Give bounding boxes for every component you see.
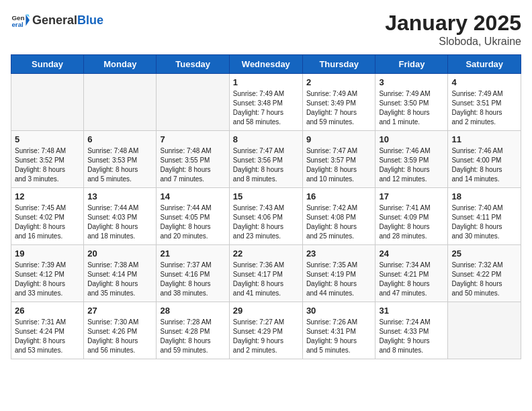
day-info: Sunrise: 7:39 AM Sunset: 4:12 PM Dayligh… <box>15 261 80 298</box>
day-info: Sunrise: 7:48 AM Sunset: 3:52 PM Dayligh… <box>15 146 80 184</box>
day-info: Sunrise: 7:37 AM Sunset: 4:16 PM Dayligh… <box>160 261 225 298</box>
day-number: 19 <box>15 248 80 259</box>
day-info: Sunrise: 7:34 AM Sunset: 4:21 PM Dayligh… <box>379 261 444 298</box>
calendar-cell: 24Sunrise: 7:34 AM Sunset: 4:21 PM Dayli… <box>375 245 448 302</box>
calendar-cell: 26Sunrise: 7:31 AM Sunset: 4:24 PM Dayli… <box>11 302 84 359</box>
day-info: Sunrise: 7:49 AM Sunset: 3:49 PM Dayligh… <box>306 89 372 127</box>
calendar-cell: 7Sunrise: 7:48 AM Sunset: 3:55 PM Daylig… <box>157 131 229 188</box>
day-info: Sunrise: 7:49 AM Sunset: 3:51 PM Dayligh… <box>451 89 517 127</box>
logo: Gen eral GeneralBlue <box>11 11 103 30</box>
day-number: 8 <box>233 134 299 144</box>
day-info: Sunrise: 7:30 AM Sunset: 4:26 PM Dayligh… <box>87 318 152 355</box>
day-number: 23 <box>306 248 372 259</box>
day-number: 7 <box>160 134 225 144</box>
day-number: 16 <box>306 191 372 201</box>
svg-text:eral: eral <box>11 21 24 28</box>
week-row-2: 5Sunrise: 7:48 AM Sunset: 3:52 PM Daylig… <box>11 131 521 188</box>
weekday-header-sunday: Sunday <box>11 55 84 74</box>
day-number: 14 <box>160 191 225 201</box>
day-number: 18 <box>451 191 517 201</box>
day-number: 29 <box>233 306 299 316</box>
calendar-cell: 21Sunrise: 7:37 AM Sunset: 4:16 PM Dayli… <box>157 245 229 302</box>
calendar-cell: 22Sunrise: 7:36 AM Sunset: 4:17 PM Dayli… <box>229 245 302 302</box>
weekday-header-monday: Monday <box>84 55 157 74</box>
day-number: 1 <box>233 77 299 87</box>
calendar-subtitle: Sloboda, Ukraine <box>385 36 521 48</box>
day-info: Sunrise: 7:42 AM Sunset: 4:08 PM Dayligh… <box>306 203 372 241</box>
day-info: Sunrise: 7:44 AM Sunset: 4:03 PM Dayligh… <box>87 203 152 241</box>
day-info: Sunrise: 7:40 AM Sunset: 4:11 PM Dayligh… <box>451 203 517 241</box>
calendar-cell: 17Sunrise: 7:41 AM Sunset: 4:09 PM Dayli… <box>375 188 448 245</box>
logo-icon: Gen eral <box>11 11 30 30</box>
weekday-header-wednesday: Wednesday <box>229 55 302 74</box>
day-number: 11 <box>451 134 517 144</box>
day-number: 12 <box>15 191 80 201</box>
day-info: Sunrise: 7:46 AM Sunset: 3:59 PM Dayligh… <box>379 146 444 184</box>
calendar-cell: 6Sunrise: 7:48 AM Sunset: 3:53 PM Daylig… <box>84 131 157 188</box>
calendar-table: SundayMondayTuesdayWednesdayThursdayFrid… <box>11 54 521 359</box>
day-info: Sunrise: 7:47 AM Sunset: 3:57 PM Dayligh… <box>306 146 372 184</box>
calendar-cell: 3Sunrise: 7:49 AM Sunset: 3:50 PM Daylig… <box>375 74 448 131</box>
day-number: 21 <box>160 248 225 259</box>
day-info: Sunrise: 7:44 AM Sunset: 4:05 PM Dayligh… <box>160 203 225 241</box>
day-info: Sunrise: 7:24 AM Sunset: 4:33 PM Dayligh… <box>379 318 444 355</box>
calendar-cell <box>84 74 157 131</box>
day-number: 10 <box>379 134 444 144</box>
calendar-cell: 28Sunrise: 7:28 AM Sunset: 4:28 PM Dayli… <box>157 302 229 359</box>
day-number: 15 <box>233 191 299 201</box>
logo-blue-text: Blue <box>77 13 103 27</box>
calendar-cell: 10Sunrise: 7:46 AM Sunset: 3:59 PM Dayli… <box>375 131 448 188</box>
calendar-cell: 12Sunrise: 7:45 AM Sunset: 4:02 PM Dayli… <box>11 188 84 245</box>
day-number: 22 <box>233 248 299 259</box>
calendar-cell: 19Sunrise: 7:39 AM Sunset: 4:12 PM Dayli… <box>11 245 84 302</box>
calendar-cell: 11Sunrise: 7:46 AM Sunset: 4:00 PM Dayli… <box>448 131 521 188</box>
weekday-header-saturday: Saturday <box>448 55 521 74</box>
week-row-5: 26Sunrise: 7:31 AM Sunset: 4:24 PM Dayli… <box>11 302 521 359</box>
day-info: Sunrise: 7:32 AM Sunset: 4:22 PM Dayligh… <box>451 261 517 298</box>
calendar-cell: 23Sunrise: 7:35 AM Sunset: 4:19 PM Dayli… <box>302 245 375 302</box>
day-info: Sunrise: 7:31 AM Sunset: 4:24 PM Dayligh… <box>15 318 80 355</box>
day-info: Sunrise: 7:35 AM Sunset: 4:19 PM Dayligh… <box>306 261 372 298</box>
logo-general-text: General <box>32 13 77 27</box>
day-number: 31 <box>379 306 444 316</box>
calendar-cell: 13Sunrise: 7:44 AM Sunset: 4:03 PM Dayli… <box>84 188 157 245</box>
day-number: 24 <box>379 248 444 259</box>
day-number: 13 <box>87 191 152 201</box>
weekday-header-friday: Friday <box>375 55 448 74</box>
day-info: Sunrise: 7:38 AM Sunset: 4:14 PM Dayligh… <box>87 261 152 298</box>
calendar-cell: 25Sunrise: 7:32 AM Sunset: 4:22 PM Dayli… <box>448 245 521 302</box>
day-info: Sunrise: 7:48 AM Sunset: 3:53 PM Dayligh… <box>87 146 152 184</box>
day-number: 2 <box>306 77 372 87</box>
calendar-cell: 1Sunrise: 7:49 AM Sunset: 3:48 PM Daylig… <box>229 74 302 131</box>
day-number: 26 <box>15 306 80 316</box>
calendar-cell: 9Sunrise: 7:47 AM Sunset: 3:57 PM Daylig… <box>302 131 375 188</box>
week-row-1: 1Sunrise: 7:49 AM Sunset: 3:48 PM Daylig… <box>11 74 521 131</box>
day-info: Sunrise: 7:48 AM Sunset: 3:55 PM Dayligh… <box>160 146 225 184</box>
day-number: 25 <box>451 248 517 259</box>
calendar-cell: 31Sunrise: 7:24 AM Sunset: 4:33 PM Dayli… <box>375 302 448 359</box>
day-info: Sunrise: 7:46 AM Sunset: 4:00 PM Dayligh… <box>451 146 517 184</box>
week-row-3: 12Sunrise: 7:45 AM Sunset: 4:02 PM Dayli… <box>11 188 521 245</box>
day-number: 28 <box>160 306 225 316</box>
day-info: Sunrise: 7:36 AM Sunset: 4:17 PM Dayligh… <box>233 261 299 298</box>
calendar-cell: 4Sunrise: 7:49 AM Sunset: 3:51 PM Daylig… <box>448 74 521 131</box>
day-info: Sunrise: 7:28 AM Sunset: 4:28 PM Dayligh… <box>160 318 225 355</box>
day-number: 3 <box>379 77 444 87</box>
calendar-cell <box>157 74 229 131</box>
calendar-cell: 5Sunrise: 7:48 AM Sunset: 3:52 PM Daylig… <box>11 131 84 188</box>
day-number: 6 <box>87 134 152 144</box>
calendar-cell: 14Sunrise: 7:44 AM Sunset: 4:05 PM Dayli… <box>157 188 229 245</box>
day-info: Sunrise: 7:49 AM Sunset: 3:50 PM Dayligh… <box>379 89 444 127</box>
calendar-cell: 30Sunrise: 7:26 AM Sunset: 4:31 PM Dayli… <box>302 302 375 359</box>
calendar-cell <box>11 74 84 131</box>
day-info: Sunrise: 7:49 AM Sunset: 3:48 PM Dayligh… <box>233 89 299 127</box>
day-info: Sunrise: 7:47 AM Sunset: 3:56 PM Dayligh… <box>233 146 299 184</box>
page-header: Gen eral GeneralBlue January 2025 Slobod… <box>11 11 521 48</box>
calendar-cell: 29Sunrise: 7:27 AM Sunset: 4:29 PM Dayli… <box>229 302 302 359</box>
calendar-cell <box>448 302 521 359</box>
day-info: Sunrise: 7:26 AM Sunset: 4:31 PM Dayligh… <box>306 318 372 355</box>
calendar-cell: 15Sunrise: 7:43 AM Sunset: 4:06 PM Dayli… <box>229 188 302 245</box>
calendar-cell: 20Sunrise: 7:38 AM Sunset: 4:14 PM Dayli… <box>84 245 157 302</box>
day-number: 5 <box>15 134 80 144</box>
day-number: 20 <box>87 248 152 259</box>
